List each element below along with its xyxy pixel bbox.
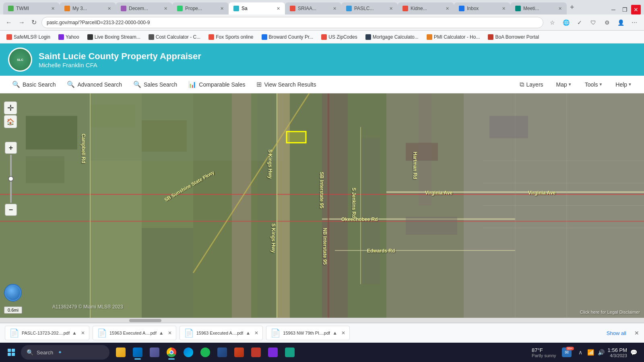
settings-button[interactable]: ⋯	[629, 17, 640, 28]
taskbar-app-extra2[interactable]	[282, 344, 298, 360]
download-menu-icon[interactable]: ▲	[72, 330, 77, 336]
minimize-button[interactable]: ─	[609, 5, 618, 14]
tab-close[interactable]: ✕	[333, 6, 336, 11]
bookmark-safemls[interactable]: SafeMLS® Login	[3, 33, 54, 41]
taskbar-app-music[interactable]	[248, 344, 264, 360]
tab-close[interactable]: ✕	[389, 6, 393, 11]
notification-center-icon[interactable]: 💬	[630, 348, 638, 356]
tab-close[interactable]: ✕	[558, 6, 562, 11]
extension-button1[interactable]: 🌐	[560, 17, 572, 28]
download-close-icon[interactable]: ✕	[254, 330, 258, 336]
taskbar-app-spotify[interactable]	[197, 344, 213, 360]
tab-inbox[interactable]: Inbox ✕	[454, 2, 510, 14]
download-menu-icon[interactable]: ▲	[246, 330, 250, 336]
nav-basic-search[interactable]: 🔍 Basic Search	[6, 77, 61, 91]
systray-up-icon[interactable]: ∧	[576, 348, 584, 356]
tab-kidne[interactable]: Kidne... ✕	[398, 2, 454, 14]
tab-close[interactable]: ✕	[277, 6, 280, 11]
download-filename: 15963 NW 79th Pl....pdf	[283, 331, 330, 335]
tab-decem[interactable]: Decem... ✕	[116, 2, 172, 14]
nav-sales-search[interactable]: 🔍 Sales Search	[128, 77, 183, 91]
tab-close[interactable]: ✕	[502, 6, 506, 11]
scrollbar-thumb[interactable]	[129, 319, 161, 322]
tab-favicon	[290, 6, 295, 11]
profile-button[interactable]: 👤	[615, 17, 626, 28]
downloads-dismiss-icon[interactable]: ✕	[634, 330, 639, 336]
refresh-button[interactable]: ↻	[30, 17, 38, 28]
nav-map-dropdown[interactable]: Map ▼	[551, 78, 578, 91]
taskbar-app-teams[interactable]	[147, 344, 163, 360]
download-close-icon[interactable]: ✕	[81, 330, 85, 336]
weather-widget[interactable]: 87°F Partly sunny	[532, 347, 556, 358]
map-container[interactable]: Campbell Rd S Kings Hwy S Kings Hwy SB S…	[0, 93, 644, 318]
nav-comparable-sales[interactable]: 📊 Comparable Sales	[183, 77, 251, 91]
nav-layers[interactable]: ⧉ Layers	[514, 78, 549, 91]
zoom-out-button[interactable]: −	[5, 204, 17, 216]
nav-advanced-search[interactable]: 🔍 Advanced Search	[61, 77, 128, 91]
tab-paslc[interactable]: PASLC... ✕	[341, 2, 398, 14]
network-icon[interactable]: 📶	[587, 348, 595, 356]
forward-button[interactable]: →	[17, 17, 27, 28]
zoom-in-button[interactable]: +	[5, 142, 17, 154]
bookmark-fox[interactable]: Fox Sports online	[205, 33, 256, 41]
close-button[interactable]: ✕	[631, 5, 641, 14]
tab-sriaa[interactable]: SRIAA... ✕	[285, 2, 341, 14]
bookmark-broward[interactable]: Broward County Pr...	[258, 33, 317, 41]
taskbar-app-mail[interactable]	[130, 344, 146, 360]
bookmark-zip[interactable]: US ZipCodes	[318, 33, 360, 41]
nav-view-results[interactable]: ⊞ View Search Results	[251, 77, 322, 91]
tab-close[interactable]: ✕	[220, 6, 224, 11]
nav-tools-dropdown[interactable]: Tools ▼	[579, 78, 609, 91]
tab-close[interactable]: ✕	[51, 6, 55, 11]
taskbar-app-explorer[interactable]	[113, 344, 129, 360]
bookmark-yahoo[interactable]: Yahoo	[55, 33, 83, 41]
download-close-icon[interactable]: ✕	[168, 330, 172, 336]
tab-twmi[interactable]: TWMI ✕	[3, 2, 60, 14]
globe-button[interactable]	[4, 284, 22, 302]
bookmark-cost[interactable]: Cost Calculator - C...	[145, 33, 204, 41]
bookmark-boa[interactable]: BoA Borrower Portal	[485, 33, 542, 41]
show-all-button[interactable]: Show all	[603, 329, 630, 338]
download-item-2[interactable]: 📄 15963 Executed A....pdf ▲ ✕	[93, 326, 176, 340]
start-button[interactable]	[3, 344, 19, 360]
download-item-3[interactable]: 📄 15963 Executed A....pdf ▲ ✕	[180, 326, 263, 340]
new-tab-button[interactable]: +	[567, 3, 578, 12]
restore-button[interactable]: ❐	[620, 5, 630, 14]
pan-control[interactable]: ✛	[4, 101, 17, 114]
download-item-1[interactable]: 📄 PASLC-13723-202....pdf ▲ ✕	[5, 326, 89, 340]
taskbar-app-chrome[interactable]	[163, 344, 180, 360]
tab-close[interactable]: ✕	[164, 6, 167, 11]
bookmark-boxing[interactable]: Live Boxing Stream...	[84, 33, 144, 41]
taskbar-app-word[interactable]	[214, 344, 230, 360]
url-bar[interactable]: paslc.gov/map/?ParcelID=2313-222-0000-00…	[41, 17, 543, 28]
tab-close[interactable]: ✕	[107, 6, 111, 11]
download-menu-icon[interactable]: ▲	[159, 330, 164, 336]
zoom-thumb[interactable]	[8, 176, 14, 182]
tab-sa-active[interactable]: Sa ✕	[229, 2, 285, 14]
taskbar-search-box[interactable]: 🔍 Search ✦	[21, 345, 109, 360]
home-control[interactable]: 🏠	[4, 115, 17, 128]
bookmark-mortgage[interactable]: Mortgage Calculato...	[362, 33, 422, 41]
back-button[interactable]: ←	[4, 17, 14, 28]
taskbar-app-extra1[interactable]	[265, 344, 281, 360]
nav-help-dropdown[interactable]: Help ▼	[610, 78, 638, 91]
extension-button2[interactable]: ✓	[574, 17, 585, 28]
taskbar-app-ppt[interactable]	[231, 344, 247, 360]
extension-button4[interactable]: ⚙	[601, 17, 613, 28]
favorites-button[interactable]: ☆	[547, 17, 558, 28]
tab-label: Kidne...	[411, 6, 442, 11]
map-disclaimer[interactable]: Click here for Legal Disclaimer	[580, 310, 640, 314]
tab-prope[interactable]: Prope... ✕	[172, 2, 229, 14]
extension-button3[interactable]: 🛡	[588, 17, 599, 28]
tab-close[interactable]: ✕	[446, 6, 449, 11]
tab-meeti[interactable]: Meeti... ✕	[510, 2, 567, 14]
download-item-4[interactable]: 📄 15963 NW 79th Pl....pdf ▲ ✕	[266, 326, 350, 340]
map-scrollbar-horizontal[interactable]	[0, 318, 644, 323]
download-menu-icon[interactable]: ▲	[332, 330, 337, 336]
bookmark-pmi[interactable]: PMI Calculator - Ho...	[423, 33, 483, 41]
taskbar-app-edge[interactable]	[180, 344, 196, 360]
download-close-icon[interactable]: ✕	[341, 330, 345, 336]
tab-my3[interactable]: My 3... ✕	[60, 2, 116, 14]
volume-icon[interactable]: 🔊	[597, 348, 605, 356]
clock[interactable]: 1:56 PM 4/3/2023	[608, 347, 627, 358]
